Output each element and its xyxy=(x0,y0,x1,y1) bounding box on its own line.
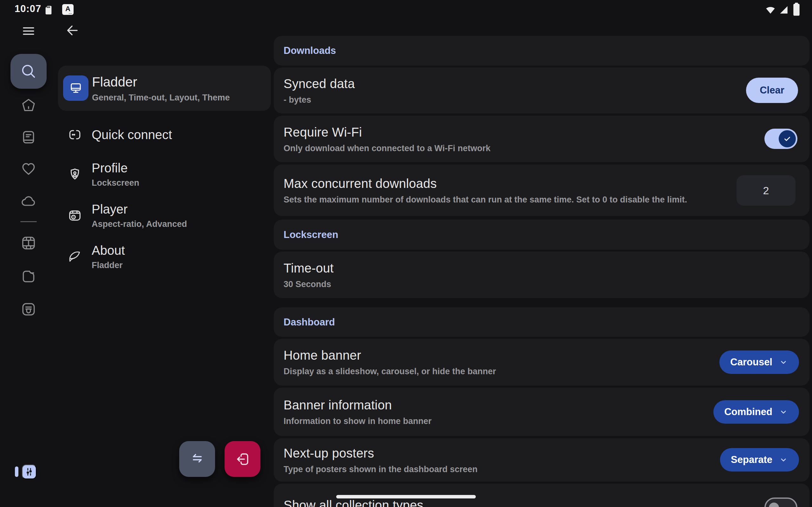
row-banner-information: Banner information Information to show i… xyxy=(274,388,809,436)
sdcard-icon xyxy=(43,4,55,18)
max-downloads-input[interactable]: 2 xyxy=(737,175,796,206)
library-icon xyxy=(20,301,37,318)
section-header-dashboard: Dashboard xyxy=(274,307,809,337)
home-banner-dropdown[interactable]: Carousel xyxy=(719,350,799,374)
arrow-left-icon xyxy=(65,23,80,38)
dropdown-value: Carousel xyxy=(730,356,772,368)
row-require-wifi[interactable]: Require Wi-Fi Only download when connect… xyxy=(274,116,809,162)
rail-item-movies[interactable] xyxy=(20,235,37,251)
nav-item-title: About xyxy=(92,243,125,258)
check-icon xyxy=(782,134,792,144)
section-header-downloads: Downloads xyxy=(274,36,809,66)
nav-item-title: Quick connect xyxy=(92,128,172,142)
banner-information-dropdown[interactable]: Combined xyxy=(713,400,799,424)
switch-server-button[interactable] xyxy=(179,441,215,477)
dropdown-value: Separate xyxy=(731,454,772,465)
logout-button[interactable] xyxy=(224,441,260,477)
nav-item-title: Profile xyxy=(92,161,139,175)
nav-item-subtitle: Lockscreen xyxy=(92,178,139,188)
rail-item-libraries[interactable] xyxy=(20,301,37,318)
settings-tune-button[interactable] xyxy=(22,464,37,479)
row-subtitle: Display as a slideshow, carousel, or hid… xyxy=(284,367,496,377)
quick-connect-icon xyxy=(58,127,92,143)
max-downloads-value: 2 xyxy=(763,184,769,197)
rail-divider xyxy=(20,221,37,222)
rail-item-favorites[interactable] xyxy=(20,161,37,177)
search-icon xyxy=(19,62,38,80)
keyboard-a-icon: A... xyxy=(62,4,73,15)
row-title: Home banner xyxy=(284,348,496,362)
profile-shield-icon xyxy=(58,166,92,182)
nav-item-title: Player xyxy=(92,202,187,216)
fladder-settings-screen: { "status_bar": { "time": "10:07", "a_ba… xyxy=(0,0,812,507)
row-subtitle: Only download when connected to a Wi-Fi … xyxy=(284,143,490,153)
nav-item-subtitle: Fladder xyxy=(92,261,125,270)
scroll-drag-indicator[interactable] xyxy=(336,495,476,498)
swap-arrows-icon xyxy=(189,451,206,467)
nav-item-about[interactable]: About Fladder xyxy=(58,238,271,275)
row-subtitle: Information to show in home banner xyxy=(284,416,432,426)
heart-icon xyxy=(20,161,37,177)
rail-item-folders[interactable] xyxy=(20,268,37,285)
nav-item-subtitle: General, Time-out, Layout, Theme xyxy=(92,93,230,102)
row-subtitle: 30 Seconds xyxy=(284,279,334,289)
section-header-lockscreen: Lockscreen xyxy=(274,220,809,250)
media-list-icon xyxy=(20,129,37,146)
row-synced-data: Synced data - bytes Clear xyxy=(274,67,809,113)
section-header-label: Downloads xyxy=(284,45,336,56)
row-title: Synced data xyxy=(284,76,355,91)
nav-item-quick-connect[interactable]: Quick connect xyxy=(58,116,271,153)
nav-item-title: Fladder xyxy=(92,74,230,89)
status-time: 10:07 xyxy=(14,3,41,14)
section-header-label: Lockscreen xyxy=(284,229,338,240)
cellular-signal-icon xyxy=(778,4,789,16)
home-icon xyxy=(20,97,37,114)
chevron-down-icon xyxy=(779,357,788,367)
chevron-down-icon xyxy=(779,455,788,464)
logout-icon xyxy=(234,451,251,468)
row-title: Time-out xyxy=(284,261,334,275)
clear-button[interactable]: Clear xyxy=(746,78,798,103)
show-all-collection-types-toggle-off[interactable] xyxy=(764,498,798,507)
nav-item-subtitle: Aspect-ratio, Advanced xyxy=(92,219,187,229)
tune-icon xyxy=(24,466,35,477)
row-title: Require Wi-Fi xyxy=(284,125,490,139)
nav-item-player[interactable]: Player Aspect-ratio, Advanced xyxy=(58,197,271,234)
battery-icon xyxy=(792,2,801,18)
player-icon xyxy=(58,208,92,223)
rail-active-indicator xyxy=(15,466,18,477)
row-title: Max concurrent downloads xyxy=(284,176,687,190)
row-home-banner: Home banner Display as a slideshow, caro… xyxy=(274,339,809,386)
menu-icon[interactable] xyxy=(20,23,38,39)
film-icon xyxy=(20,235,37,251)
require-wifi-toggle-on[interactable] xyxy=(764,129,798,149)
fladder-monitor-icon xyxy=(63,75,89,101)
row-subtitle: Sets the maximum number of downloads tha… xyxy=(284,194,687,205)
row-max-concurrent-downloads: Max concurrent downloads Sets the maximu… xyxy=(274,164,809,216)
chevron-down-icon xyxy=(779,407,788,417)
rail-item-media-list[interactable] xyxy=(20,129,37,146)
folder-icon xyxy=(20,268,37,285)
fladder-logo-icon xyxy=(58,249,92,265)
cloud-icon xyxy=(20,193,37,209)
rail-item-sync[interactable] xyxy=(20,193,37,209)
row-title: Next-up posters xyxy=(284,446,478,460)
back-button[interactable] xyxy=(65,23,80,38)
rail-item-search[interactable] xyxy=(10,54,47,89)
wifi-icon xyxy=(764,4,776,16)
nav-item-fladder[interactable]: Fladder General, Time-out, Layout, Theme xyxy=(58,66,271,111)
row-timeout[interactable]: Time-out 30 Seconds xyxy=(274,251,809,298)
section-header-label: Dashboard xyxy=(284,317,335,328)
row-subtitle: - bytes xyxy=(284,95,355,105)
nav-item-profile[interactable]: Profile Lockscreen xyxy=(58,156,271,193)
row-title: Show all collection types xyxy=(284,498,423,507)
row-next-up-posters: Next-up posters Type of posters shown in… xyxy=(274,438,809,482)
next-up-posters-dropdown[interactable]: Separate xyxy=(720,448,799,471)
row-subtitle: Type of posters shown in the dashboard s… xyxy=(284,464,478,474)
rail-item-home[interactable] xyxy=(20,97,37,114)
row-title: Banner information xyxy=(284,398,432,412)
dropdown-value: Combined xyxy=(724,406,772,418)
